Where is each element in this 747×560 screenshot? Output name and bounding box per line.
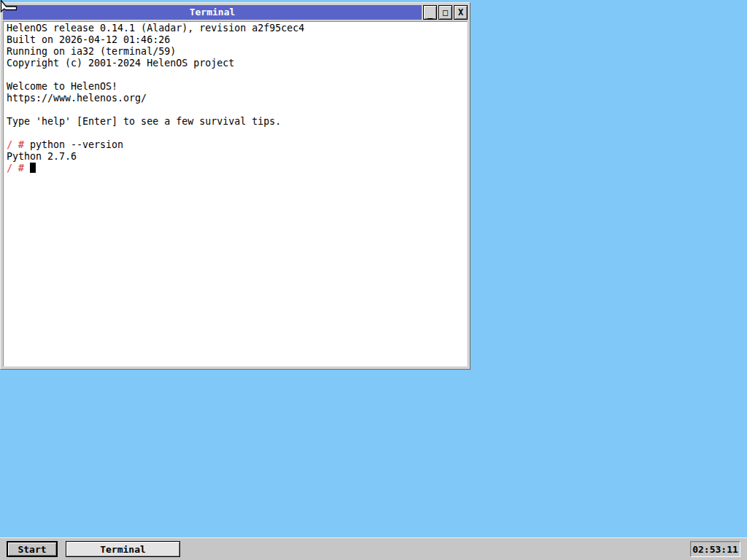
window-titlebar[interactable]: Terminal (3, 5, 422, 20)
terminal-output[interactable]: HelenOS release 0.14.1 (Aladar), revisio… (3, 21, 468, 367)
close-icon: X (458, 7, 463, 18)
taskbar-clock: 02:53:11 (690, 541, 740, 557)
titlebar-row: Terminal _ □ X (3, 5, 468, 20)
taskbar: Start Terminal 02:53:11 (0, 537, 747, 560)
terminal-window: Terminal _ □ X HelenOS release 0.14.1 (A… (0, 2, 471, 370)
terminal-line: / # python --version (7, 139, 467, 151)
terminal-line: / # (7, 163, 467, 174)
minimize-button[interactable]: _ (423, 5, 437, 20)
terminal-line (7, 69, 467, 81)
terminal-line (7, 104, 467, 116)
maximize-button[interactable]: □ (438, 5, 452, 20)
terminal-line: Type 'help' [Enter] to see a few surviva… (7, 116, 467, 128)
terminal-line: HelenOS release 0.14.1 (Aladar), revisio… (7, 23, 467, 34)
close-button[interactable]: X (454, 5, 468, 20)
window-controls: _ □ X (423, 5, 468, 20)
terminal-line (7, 128, 467, 139)
terminal-line: https://www.helenos.org/ (7, 93, 467, 104)
terminal-line: Python 2.7.6 (7, 151, 467, 163)
terminal-line: Built on 2026-04-12 01:46:26 (7, 34, 467, 46)
maximize-icon: □ (443, 7, 448, 18)
start-button[interactable]: Start (7, 541, 58, 557)
terminal-line: Running on ia32 (terminal/59) (7, 46, 467, 58)
terminal-text: HelenOS release 0.14.1 (Aladar), revisio… (4, 22, 467, 174)
terminal-caret (30, 163, 36, 173)
terminal-line: Welcome to HelenOS! (7, 81, 467, 93)
window-title: Terminal (190, 7, 236, 18)
minimize-icon: _ (427, 8, 433, 20)
taskbar-task-terminal[interactable]: Terminal (66, 541, 180, 557)
terminal-line: Copyright (c) 2001-2024 HelenOS project (7, 58, 467, 69)
